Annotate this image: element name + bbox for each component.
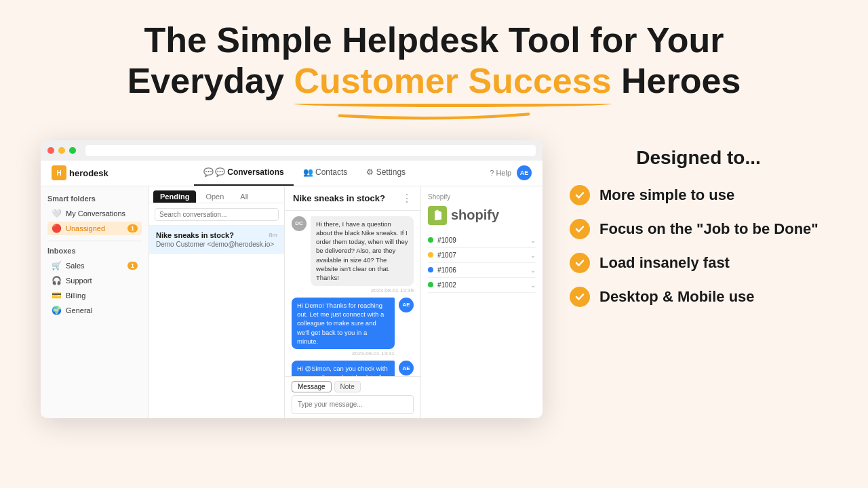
conv-item-preview: Demo Customer <demo@herodesk.io> xyxy=(156,241,277,248)
order-item-1007[interactable]: #1007 ⌄ xyxy=(428,248,536,263)
app-body: Smart folders 🤍 My Conversations 🔴 Unass… xyxy=(41,186,542,418)
shopify-name-text: shopify xyxy=(451,207,499,223)
hero-title: The Simple Helpdesk Tool for Your Everyd… xyxy=(127,20,741,102)
shopify-panel: Shopify shopify #1009 xyxy=(420,186,542,418)
chat-tab-note[interactable]: Note xyxy=(334,381,361,392)
order-num-1007: #1007 xyxy=(437,251,456,259)
order-chevron-1007: ⌄ xyxy=(530,251,536,259)
nav-tab-conversations[interactable]: 💬 💬 Conversations xyxy=(194,160,294,186)
nav-right: ? Help AE xyxy=(490,165,532,180)
hero-section: The Simple Helpdesk Tool for Your Everyd… xyxy=(127,20,741,127)
chat-options-button[interactable]: ⋮ xyxy=(401,192,412,205)
order-num-1002: #1002 xyxy=(437,281,456,289)
conv-item-time: 8m xyxy=(269,232,277,239)
conv-tab-open[interactable]: Open xyxy=(199,190,231,203)
order-chevron-1009: ⌄ xyxy=(530,237,536,244)
order-item-1002[interactable]: #1002 ⌄ xyxy=(428,278,536,293)
dot-yellow[interactable] xyxy=(58,147,65,154)
message-row-2: AE Hi Demo! Thanks for reaching out. Let… xyxy=(292,298,414,357)
sidebar-item-unassigned[interactable]: 🔴 Unassigned 1 xyxy=(47,222,142,235)
order-dot-1009 xyxy=(428,237,433,243)
feature-text-2: Focus on the "Job to be Done" xyxy=(599,220,818,238)
msg-avatar-ae-1: AE xyxy=(399,298,414,312)
msg-avatar-ae-2: AE xyxy=(399,361,414,375)
nav-tab-settings[interactable]: ⚙ Settings xyxy=(357,160,415,186)
title-bar xyxy=(41,140,542,161)
feature-text-1: More simple to use xyxy=(599,186,734,204)
unassigned-badge: 1 xyxy=(127,224,138,232)
shopify-logo: shopify xyxy=(428,206,536,225)
help-label[interactable]: ? Help xyxy=(490,169,511,177)
conv-tab-all[interactable]: All xyxy=(233,190,255,203)
logo-icon: H xyxy=(52,165,66,180)
smart-folders-title: Smart folders xyxy=(47,195,142,203)
nav-tab-contacts[interactable]: 👥 Contacts xyxy=(294,160,357,186)
app-sidebar: Smart folders 🤍 My Conversations 🔴 Unass… xyxy=(41,186,149,418)
chat-area: Nike sneaks in stock? ⋮ DC Hi there, I h… xyxy=(285,186,420,418)
msg-bubble-1: Hi there, I have a question about the bl… xyxy=(311,216,414,286)
chat-input-tabs: Message Note xyxy=(292,381,414,392)
chat-tab-message[interactable]: Message xyxy=(292,381,332,392)
conv-tab-pending[interactable]: Pending xyxy=(153,190,196,203)
order-item-1006[interactable]: #1006 ⌄ xyxy=(428,263,536,278)
order-dot-1007 xyxy=(428,252,433,258)
message-row-1: DC Hi there, I have a question about the… xyxy=(292,216,414,293)
url-bar[interactable] xyxy=(85,145,536,156)
main-content: H herodesk 💬 💬 Conversations 👥 Contacts … xyxy=(41,140,827,418)
check-icon-2 xyxy=(570,219,590,239)
user-avatar[interactable]: AE xyxy=(517,165,532,180)
shopify-header-label: Shopify xyxy=(428,193,536,201)
feature-item-4: Desktop & Mobile use xyxy=(570,287,827,307)
nav-tabs: 💬 💬 Conversations 👥 Contacts ⚙ Settings xyxy=(119,160,490,186)
app-logo: H herodesk xyxy=(52,165,108,180)
shopify-icon xyxy=(428,206,447,225)
sidebar-item-sales[interactable]: 🛒 Sales 1 xyxy=(47,259,142,272)
msg-time-2: 2023-08-01 13:41 xyxy=(292,350,395,357)
order-num-1006: #1006 xyxy=(437,266,456,274)
sales-badge: 1 xyxy=(127,262,138,270)
feature-text-3: Load insanely fast xyxy=(599,254,730,272)
order-dot-1002 xyxy=(428,282,433,287)
check-icon-3 xyxy=(570,253,590,273)
feature-item-1: More simple to use xyxy=(570,185,827,205)
check-icon-1 xyxy=(570,185,590,205)
sidebar-divider xyxy=(47,241,142,241)
accent-underline xyxy=(332,110,536,120)
app-mockup: H herodesk 💬 💬 Conversations 👥 Contacts … xyxy=(41,140,542,418)
conv-tabs: Pending Open All xyxy=(149,186,284,203)
msg-bubble-3: Hi @Simon, can you check with our suppli… xyxy=(292,361,395,375)
feature-item-2: Focus on the "Job to be Done" xyxy=(570,219,827,239)
features-panel: Designed to... More simple to use Focus … xyxy=(570,140,827,321)
sidebar-item-billing[interactable]: 💳 Billing xyxy=(47,289,142,302)
conversation-search-input[interactable] xyxy=(155,208,279,221)
sidebar-item-support[interactable]: 🎧 Support xyxy=(47,274,142,287)
message-row-3: AE Hi @Simon, can you check with our sup… xyxy=(292,361,414,375)
msg-time-1: 2023-08-01 12:39 xyxy=(311,287,414,293)
chat-title: Nike sneaks in stock? xyxy=(293,193,385,203)
msg-bubble-2: Hi Demo! Thanks for reaching out. Let me… xyxy=(292,298,395,349)
conv-item[interactable]: Nike sneaks in stock? 8m Demo Customer <… xyxy=(149,226,284,254)
chat-input[interactable] xyxy=(292,395,414,414)
chat-input-area: Message Note xyxy=(285,376,420,418)
logo-text: herodesk xyxy=(69,168,108,178)
dot-green[interactable] xyxy=(69,147,76,154)
chat-header: Nike sneaks in stock? ⋮ xyxy=(285,186,420,211)
check-icon-4 xyxy=(570,287,590,307)
feature-item-3: Load insanely fast xyxy=(570,253,827,273)
inboxes-title: Inboxes xyxy=(47,247,142,255)
order-item-1009[interactable]: #1009 ⌄ xyxy=(428,233,536,248)
chat-messages: DC Hi there, I have a question about the… xyxy=(285,211,420,376)
dot-red[interactable] xyxy=(47,147,54,154)
order-chevron-1002: ⌄ xyxy=(530,281,536,289)
conversation-list: Pending Open All Nike sneaks in stock? 8… xyxy=(149,186,285,418)
order-num-1009: #1009 xyxy=(437,237,456,244)
feature-text-4: Desktop & Mobile use xyxy=(599,288,755,306)
app-nav: H herodesk 💬 💬 Conversations 👥 Contacts … xyxy=(41,161,542,186)
conv-item-name: Nike sneaks in stock? xyxy=(156,231,234,239)
orders-list: #1009 ⌄ #1007 ⌄ #1006 xyxy=(428,233,536,293)
conv-search xyxy=(149,203,284,226)
sidebar-item-general[interactable]: 🌍 General xyxy=(47,304,142,317)
sidebar-item-my-conversations[interactable]: 🤍 My Conversations xyxy=(47,207,142,220)
hero-accent: Customer Success xyxy=(294,61,611,102)
msg-avatar-dc: DC xyxy=(292,216,307,231)
